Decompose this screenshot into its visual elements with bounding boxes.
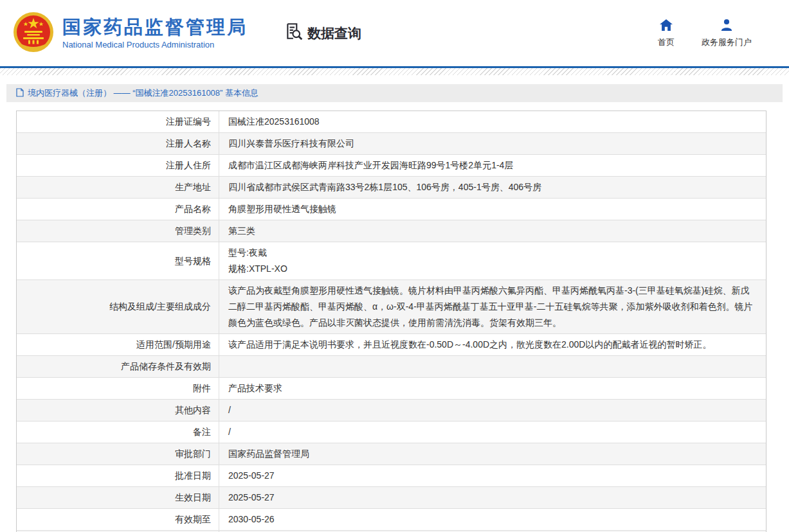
row-value: 成都市温江区成都海峡两岸科技产业开发园海旺路99号1号楼2单元1-4层 <box>219 155 766 176</box>
row-label: 注册人名称 <box>17 133 219 154</box>
breadcrumb: 境内医疗器械（注册） —— “国械注准20253161008” 基本信息 <box>6 84 783 102</box>
row-label: 注册人住所 <box>17 155 219 176</box>
national-emblem-icon <box>13 12 54 55</box>
row-label: 生产地址 <box>17 177 219 198</box>
table-row: 型号规格 型号:夜戴 规格:XTPL-XO <box>17 242 766 280</box>
row-label: 注册证编号 <box>17 111 219 132</box>
row-label: 有效期至 <box>17 509 219 530</box>
row-label: 型号规格 <box>17 242 219 279</box>
row-value: / <box>219 421 766 443</box>
row-value: 国家药品监督管理局 <box>219 443 766 465</box>
table-row: 注册人住所 成都市温江区成都海峡两岸科技产业开发园海旺路99号1号楼2单元1-4… <box>17 155 766 177</box>
home-icon <box>659 19 673 33</box>
table-row: 注册人名称 四川兴泰普乐医疗科技有限公司 <box>17 133 766 155</box>
table-row: 其他内容 / <box>17 400 766 421</box>
site-subtitle: National Medical Products Administration <box>62 40 248 49</box>
row-value: 2025-05-27 <box>219 487 766 508</box>
row-label: 附件 <box>17 378 219 399</box>
table-row: 生效日期 2025-05-27 <box>17 487 766 509</box>
registration-info-table: 注册证编号 国械注准20253161008 注册人名称 四川兴泰普乐医疗科技有限… <box>16 111 766 532</box>
row-value: / <box>219 400 766 421</box>
row-label: 审批部门 <box>17 443 219 465</box>
row-label: 备注 <box>17 421 219 443</box>
row-label: 批准日期 <box>17 465 219 486</box>
site-title-block: 国家药品监督管理局 National Medical Products Admi… <box>62 17 248 49</box>
table-row: 有效期至 2030-05-26 <box>17 509 766 531</box>
row-label: 产品储存条件及有效期 <box>17 356 219 377</box>
breadcrumb-text: 境内医疗器械（注册） —— “国械注准20253161008” 基本信息 <box>28 87 258 99</box>
header-nav: 首页 政务服务门户 <box>658 19 752 48</box>
nav-portal-label: 政务服务门户 <box>702 37 752 48</box>
row-label: 生效日期 <box>17 487 219 508</box>
row-value: 四川省成都市武侯区武青南路33号2栋1层105、106号房，405-1号房、40… <box>219 177 766 198</box>
row-value: 第三类 <box>219 220 766 242</box>
row-value: 产品技术要求 <box>219 378 766 399</box>
hatched-band <box>0 68 789 75</box>
site-title: 国家药品监督管理局 <box>62 17 248 38</box>
data-query-label: 数据查询 <box>307 24 361 42</box>
document-icon <box>16 88 24 99</box>
row-value: 角膜塑形用硬性透气接触镜 <box>219 199 766 220</box>
row-value: 该产品适用于满足本说明书要求，并且近视度数在-0.50D～-4.00D之内，散光… <box>219 334 766 355</box>
table-row: 附件 产品技术要求 <box>17 378 766 400</box>
row-value <box>219 356 766 377</box>
nav-home-label: 首页 <box>658 37 675 48</box>
table-row: 管理类别 第三类 <box>17 220 766 242</box>
nav-portal[interactable]: 政务服务门户 <box>702 19 752 48</box>
table-row: 审批部门 国家药品监督管理局 <box>17 443 766 465</box>
row-value: 2025-05-27 <box>219 465 766 486</box>
table-row: 适用范围/预期用途 该产品适用于满足本说明书要求，并且近视度数在-0.50D～-… <box>17 334 766 356</box>
data-query-link[interactable]: 数据查询 <box>284 22 361 44</box>
doc-search-icon <box>284 22 304 44</box>
nmpa-logo[interactable]: 国家药品监督管理局 National Medical Products Admi… <box>13 12 248 55</box>
row-value: 国械注准20253161008 <box>219 111 766 132</box>
row-label: 管理类别 <box>17 220 219 242</box>
row-value: 型号:夜戴 规格:XTPL-XO <box>219 242 766 279</box>
row-value: 四川兴泰普乐医疗科技有限公司 <box>219 133 766 154</box>
row-label: 产品名称 <box>17 199 219 220</box>
table-row: 备注 / <box>17 421 766 443</box>
table-row: 产品名称 角膜塑形用硬性透气接触镜 <box>17 199 766 220</box>
table-row: 批准日期 2025-05-27 <box>17 465 766 487</box>
person-icon <box>720 19 734 33</box>
row-value: 2030-05-26 <box>219 509 766 530</box>
page-header: 国家药品监督管理局 National Medical Products Admi… <box>0 0 789 66</box>
row-value: 该产品为夜戴型角膜塑形用硬性透气接触镜。镜片材料由甲基丙烯酸六氟异丙酯、甲基丙烯… <box>219 280 766 333</box>
table-row: 注册证编号 国械注准20253161008 <box>17 111 766 133</box>
row-label: 其他内容 <box>17 400 219 421</box>
row-label: 结构及组成/主要组成成分 <box>17 280 219 333</box>
table-row: 产品储存条件及有效期 <box>17 356 766 378</box>
table-row: 生产地址 四川省成都市武侯区武青南路33号2栋1层105、106号房，405-1… <box>17 177 766 199</box>
nav-home[interactable]: 首页 <box>658 19 675 48</box>
table-row: 结构及组成/主要组成成分 该产品为夜戴型角膜塑形用硬性透气接触镜。镜片材料由甲基… <box>17 280 766 334</box>
row-label: 适用范围/预期用途 <box>17 334 219 355</box>
